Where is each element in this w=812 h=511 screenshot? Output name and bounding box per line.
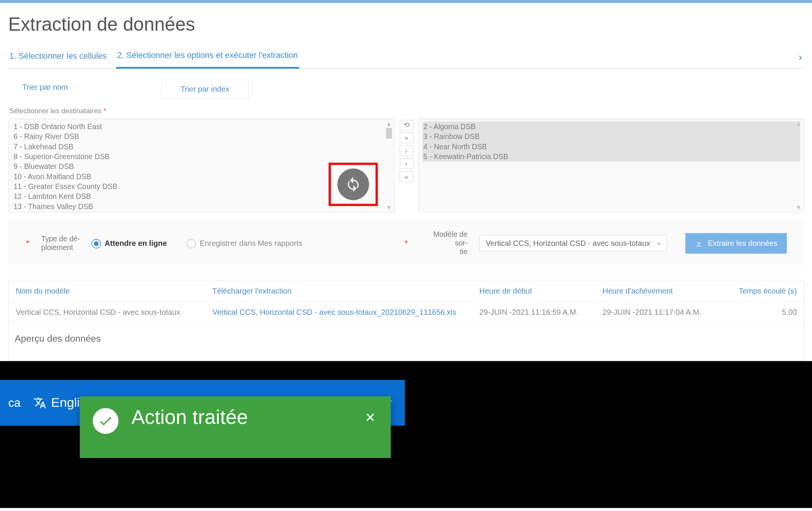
radio-label: Enregistrer dans Mes rapports xyxy=(200,239,302,248)
radio-dot-icon xyxy=(187,239,196,248)
dual-list-picker: 1 - DSB Ontario North East 6 - Rainy Riv… xyxy=(8,119,804,213)
wizard-tabs: 1. Sélectionner les cellules 2. Sélectio… xyxy=(8,46,804,69)
refresh-icon xyxy=(345,176,361,192)
col-elapsed[interactable]: Temps écoulé (s) xyxy=(713,281,804,301)
secondary-panel-black-bg: ca English Accueil Portail ? Aide Se déc… xyxy=(0,361,812,508)
extract-button-label: Extraire les données xyxy=(708,239,778,248)
cell-end: 29-JUIN -2021 11:17:04 A.M. xyxy=(595,302,713,322)
list-item[interactable]: 14 - Toronto DSB xyxy=(12,211,391,213)
toast-close-button[interactable]: ✕ xyxy=(363,408,378,428)
move-reset-button[interactable]: ⟲ xyxy=(399,120,413,130)
col-end[interactable]: Heure d'achèvement xyxy=(595,281,713,301)
sort-by-name-link[interactable]: Trier par nom xyxy=(14,79,76,98)
output-model-label: Modèle de sor- tie xyxy=(427,230,468,257)
move-left-button[interactable]: ‹ xyxy=(399,159,413,169)
move-all-left-button[interactable]: « xyxy=(399,172,413,182)
scrollbar[interactable]: ▲▼ xyxy=(385,120,393,211)
extract-data-button[interactable]: Extraire les données xyxy=(686,233,787,253)
cell-elapsed: 5.00 xyxy=(713,302,804,322)
refresh-highlight-box xyxy=(329,163,378,206)
tab-next-arrow-icon[interactable]: › xyxy=(799,51,805,63)
table-header-row: Nom du modèle Télécharger l'extraction H… xyxy=(9,281,804,302)
list-item[interactable]: 3 - Rainbow DSB xyxy=(422,131,800,141)
radio-wait-online[interactable]: Attendre en ligne xyxy=(92,239,167,248)
recipients-label: Sélectionner les destinataires * xyxy=(8,105,804,119)
col-model-name[interactable]: Nom du modèle xyxy=(9,281,205,301)
required-asterisk: * xyxy=(103,107,106,115)
col-download[interactable]: Télécharger l'extraction xyxy=(206,281,472,301)
deployment-options-row: * Type de dé- ploiement Attendre en lign… xyxy=(8,221,804,266)
list-item[interactable]: 1 - DSB Ontario North East xyxy=(12,122,391,131)
sort-controls: Trier par nom Trier par index xyxy=(8,79,804,105)
window-top-accent xyxy=(0,0,812,3)
translate-icon xyxy=(34,396,47,409)
download-icon xyxy=(695,239,703,248)
required-asterisk: * xyxy=(26,238,30,249)
page-main: Extraction de données 1. Sélectionner le… xyxy=(0,3,812,361)
radio-dot-icon xyxy=(92,239,101,248)
list-item[interactable]: 8 - Superior-Greenstone DSB xyxy=(12,152,391,161)
list-item[interactable]: 2 - Algoma DSB xyxy=(422,122,800,131)
cell-download-link[interactable]: Vertical CCS, Horizontal CSD - avec sous… xyxy=(206,302,472,322)
output-model-select[interactable]: Vertical CCS, Horizontal CSD - avec sous… xyxy=(479,235,667,252)
list-item[interactable]: 7 - Lakehead DSB xyxy=(12,142,391,152)
success-toast: Action traitée ✕ xyxy=(80,396,391,458)
required-asterisk: * xyxy=(404,238,408,249)
check-icon xyxy=(93,408,118,434)
toast-message: Action traitée xyxy=(131,406,350,428)
list-item[interactable]: 6 - Rainy River DSB xyxy=(12,131,391,141)
cell-model-name: Vertical CCS, Horizontal CSD - avec sous… xyxy=(9,302,205,322)
table-row: Vertical CCS, Horizontal CSD - avec sous… xyxy=(9,302,804,322)
page-title: Extraction de données xyxy=(8,14,804,35)
scrollbar[interactable]: ▲▼ xyxy=(795,120,803,211)
move-right-button[interactable]: › xyxy=(399,145,413,156)
move-all-right-button[interactable]: » xyxy=(399,133,413,143)
tab-select-cells[interactable]: 1. Sélectionner les cellules xyxy=(8,46,108,67)
select-value: Vertical CCS, Horizontal CSD - avec sous… xyxy=(486,239,650,248)
recipients-label-text: Sélectionner les destinataires xyxy=(9,107,101,115)
results-table: Nom du modèle Télécharger l'extraction H… xyxy=(8,280,804,323)
data-preview-heading: Aperçu des données xyxy=(8,323,804,361)
radio-label: Attendre en ligne xyxy=(104,239,167,248)
deploy-type-label: Type de dé- ploiement xyxy=(41,234,80,252)
nav-domain-text: ca xyxy=(8,396,21,409)
list-item[interactable]: 5 - Keewatin-Patricia DSB xyxy=(422,152,800,161)
selected-listbox[interactable]: 2 - Algoma DSB 3 - Rainbow DSB 4 - Near … xyxy=(418,119,804,213)
tab-select-options[interactable]: 2. Sélectionner les options et exécuter … xyxy=(116,46,299,69)
cell-start: 29-JUIN -2021 11:16:59 A.M. xyxy=(472,302,596,322)
list-item[interactable]: 4 - Near North DSB xyxy=(422,142,800,152)
radio-save-reports[interactable]: Enregistrer dans Mes rapports xyxy=(187,239,302,248)
refresh-button[interactable] xyxy=(337,169,369,200)
col-start[interactable]: Heure de début xyxy=(472,281,596,301)
move-buttons: ⟲ » › ‹ « xyxy=(399,119,413,213)
sort-by-index-button[interactable]: Trier par index xyxy=(161,79,249,98)
